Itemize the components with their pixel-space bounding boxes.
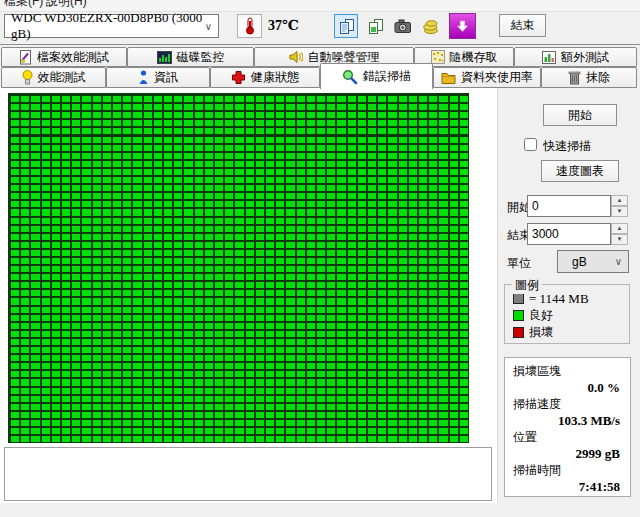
spin-up-icon[interactable]: ▲ (611, 195, 628, 206)
stat-scan-speed: 掃描速度 103.3 MB/s (505, 396, 630, 429)
tab-label: 資料夾使用率 (461, 69, 533, 86)
unit-select[interactable]: gB ∨ (557, 250, 629, 273)
copy-screenshot-button[interactable] (334, 14, 358, 38)
stat-scan-time: 掃描時間 7:41:58 (505, 462, 630, 495)
stat-value: 2999 gB (505, 446, 630, 462)
legend-good-label: 良好 (529, 307, 553, 324)
folder-icon (441, 71, 456, 84)
drive-select[interactable]: WDC WD30EZRX-00D8PB0 (3000 gB) ∨ (4, 14, 219, 38)
temperature-button[interactable] (237, 14, 262, 38)
drive-select-value: WDC WD30EZRX-00D8PB0 (3000 gB) (11, 10, 205, 42)
spin-up-icon[interactable]: ▲ (611, 223, 628, 234)
tab-erase[interactable]: 抹除 (541, 67, 637, 88)
error-scan-icon (342, 69, 358, 85)
copy-pages-icon (338, 18, 355, 35)
tab-extra-tests[interactable]: 額外測試 (514, 47, 637, 67)
tab-label: 磁碟監控 (177, 49, 225, 66)
tab-label: 隨機存取 (450, 49, 498, 66)
update-button[interactable] (449, 13, 476, 39)
spin-down-icon[interactable]: ▼ (611, 206, 628, 217)
stats-panel: 損壞區塊 0.0 % 掃描速度 103.3 MB/s 位置 2999 gB 掃描… (504, 357, 631, 497)
legend-bad-label: 損壞 (529, 324, 553, 341)
hdtune-window: 檔案(F) 說明(H) WDC WD30EZRX-00D8PB0 (3000 g… (0, 0, 640, 517)
tab-label: 健康狀態 (251, 69, 299, 86)
tab-benchmark[interactable]: 效能測試 (1, 67, 106, 88)
stat-label: 掃描時間 (505, 462, 630, 479)
tab-health[interactable]: 健康狀態 (210, 67, 320, 88)
menu-file[interactable]: 檔案(F) (4, 0, 43, 10)
info-icon (138, 70, 149, 85)
file-benchmark-icon (19, 50, 32, 65)
save-screenshot-button[interactable] (391, 14, 415, 38)
panel-divider (497, 88, 498, 503)
stat-value: 7:41:58 (505, 479, 630, 495)
camera-icon (394, 19, 412, 34)
random-access-icon (431, 50, 445, 64)
tab-label: 檔案效能測試 (37, 49, 109, 66)
exit-button[interactable]: 結束 (499, 14, 546, 37)
legend-box: 圖例 = 1144 MB 良好 損壞 (504, 284, 630, 344)
error-scan-page (0, 88, 497, 503)
temperature-value: 37℃ (268, 17, 299, 34)
legend-good: 良好 (505, 307, 629, 324)
stat-damaged-blocks: 損壞區塊 0.0 % (505, 363, 630, 396)
start-scan-button[interactable]: 開始 (543, 104, 617, 126)
good-swatch (513, 310, 524, 321)
stat-value: 0.0 % (505, 380, 630, 396)
end-value-input[interactable] (527, 223, 611, 245)
speed-map-button[interactable]: 速度圖表 (541, 160, 619, 182)
chevron-down-icon: ∨ (615, 256, 628, 267)
tab-disk-monitor[interactable]: 磁碟監控 (127, 47, 254, 67)
tab-folder-usage[interactable]: 資料夾使用率 (433, 67, 541, 88)
copy-image-button[interactable] (363, 14, 387, 38)
legend-title: 圖例 (512, 277, 542, 294)
extra-tests-icon (542, 51, 556, 64)
tab-file-benchmark[interactable]: 檔案效能測試 (1, 47, 127, 67)
chevron-down-icon: ∨ (205, 21, 218, 32)
legend-bad: 損壞 (505, 324, 629, 341)
quick-scan-label: 快速掃描 (543, 138, 591, 155)
block-swatch (513, 293, 524, 304)
disk-monitor-icon (157, 51, 172, 64)
tab-label: 效能測試 (38, 69, 86, 86)
health-cross-icon (231, 70, 246, 85)
stat-label: 位置 (505, 429, 630, 446)
stat-label: 掃描速度 (505, 396, 630, 413)
bad-swatch (513, 327, 524, 338)
copy-image-icon (367, 18, 384, 35)
tab-label: 額外測試 (561, 49, 609, 66)
quick-scan-checkbox[interactable] (524, 138, 537, 151)
tab-label: 資訊 (154, 69, 178, 86)
download-arrow-icon (456, 20, 469, 33)
start-value-input[interactable] (527, 195, 611, 217)
status-box (4, 447, 492, 501)
end-spinner: ▲ ▼ (611, 223, 628, 245)
coins-button[interactable] (419, 14, 443, 38)
unit-select-value: gB (572, 255, 587, 269)
lightbulb-icon (22, 70, 33, 85)
speaker-icon (289, 50, 303, 64)
spin-down-icon[interactable]: ▼ (611, 234, 628, 245)
menu-help[interactable]: 說明(H) (46, 0, 87, 10)
tab-error-scan[interactable]: 錯誤掃描 (320, 63, 433, 89)
coins-icon (422, 18, 440, 35)
tab-label: 錯誤掃描 (363, 68, 411, 85)
stat-position: 位置 2999 gB (505, 429, 630, 462)
tab-label: 抹除 (586, 69, 610, 86)
tab-info[interactable]: 資訊 (106, 67, 210, 88)
stat-label: 損壞區塊 (505, 363, 630, 380)
trash-icon (568, 70, 581, 85)
stat-value: 103.3 MB/s (505, 413, 630, 429)
toolbar: WDC WD30EZRX-00D8PB0 (3000 gB) ∨ 37℃ (0, 12, 640, 45)
scan-grid (8, 93, 469, 443)
thermometer-icon (244, 17, 256, 35)
unit-field-label: 單位 (507, 255, 531, 272)
start-spinner: ▲ ▼ (611, 195, 628, 217)
